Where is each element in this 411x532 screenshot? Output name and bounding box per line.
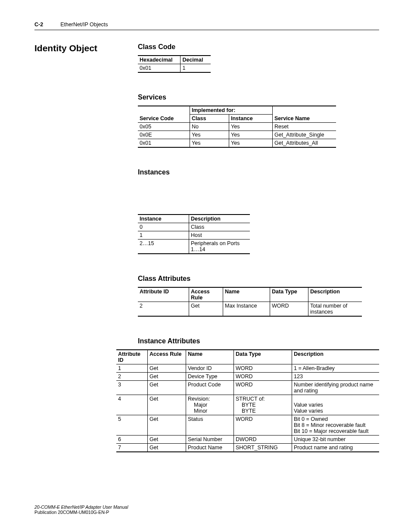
- table-row: 5GetStatusWORDBit 0 = OwnedBit 8 = Minor…: [116, 415, 379, 436]
- table-row: 0x0E Yes Yes Get_Attribute_Single: [138, 131, 336, 139]
- cell: STRUCT of:BYTEBYTE: [234, 395, 292, 415]
- cell: Get: [148, 436, 186, 444]
- cell: Unique 32-bit number: [292, 436, 380, 444]
- cell: Device Type: [186, 373, 234, 381]
- instance-attributes-heading: Instance Attributes: [138, 337, 379, 345]
- table-row: 0x01 Yes Yes Get_Attributes_All: [138, 139, 336, 148]
- th-access-rule: Access Rule: [189, 287, 223, 302]
- cell: Get: [148, 381, 186, 395]
- cell: SHORT_STRING: [234, 444, 292, 452]
- cell: Get: [148, 373, 186, 381]
- cell: 0x01: [138, 64, 181, 73]
- spacer: [138, 180, 379, 214]
- services-table: Implemented for: Service Code Class Inst…: [138, 106, 336, 148]
- cell: Status: [186, 415, 234, 436]
- cell: Yes: [229, 123, 273, 131]
- th-hex: Hexadecimal: [138, 56, 181, 64]
- cell: Max Instance: [223, 302, 270, 317]
- table-row: 6GetSerial NumberDWORDUnique 32-bit numb…: [116, 436, 379, 444]
- cell: Class: [189, 223, 250, 231]
- cell: 2…15: [138, 240, 189, 254]
- cell: WORD: [234, 415, 292, 436]
- section-heading: Identity Object: [34, 43, 138, 53]
- page: C-2 EtherNet/IP Objects Identity Object …: [0, 0, 411, 532]
- instances-table: Instance Description 0 Class 1 Host 2…15: [138, 214, 250, 254]
- cell: DWORD: [234, 436, 292, 444]
- cell: 1: [181, 64, 211, 73]
- cell: Bit 0 = OwnedBit 8 = Minor recoverable f…: [292, 415, 380, 436]
- cell: No: [190, 123, 229, 131]
- cell: Yes: [229, 139, 273, 148]
- th-service-code: Service Code: [138, 115, 190, 123]
- cell: Get: [148, 364, 186, 373]
- cell: Reset: [273, 123, 336, 131]
- cell: Get_Attribute_Single: [273, 131, 336, 139]
- class-attributes-heading: Class Attributes: [138, 275, 379, 283]
- content-columns: Identity Object Class Code Hexadecimal D…: [34, 43, 379, 452]
- cell: Get: [148, 395, 186, 415]
- cell: Yes: [229, 131, 273, 139]
- th-class: Class: [190, 115, 229, 123]
- cell: Yes: [190, 131, 229, 139]
- cell: 1 = Allen-Bradley: [292, 364, 380, 373]
- cell: Vendor ID: [186, 364, 234, 373]
- class-code-table: Hexadecimal Decimal 0x01 1: [138, 55, 211, 73]
- right-column: Class Code Hexadecimal Decimal 0x01 1 Se…: [138, 43, 379, 452]
- cell: 0x01: [138, 139, 190, 148]
- cell: WORD: [234, 364, 292, 373]
- cell: 3: [116, 381, 148, 395]
- cell: 0x05: [138, 123, 190, 131]
- cell: Yes: [190, 139, 229, 148]
- cell: Value variesValue varies: [292, 395, 380, 415]
- left-column: Identity Object: [34, 43, 138, 56]
- table-row: 7GetProduct NameSHORT_STRINGProduct name…: [116, 444, 379, 452]
- cell: Host: [189, 231, 250, 240]
- cell: 1: [116, 364, 148, 373]
- instance-attributes-table: Attribute ID Access Rule Name Data Type …: [116, 349, 379, 452]
- cell: Peripherals on Ports 1…14: [189, 240, 250, 254]
- th-instance: Instance: [229, 115, 273, 123]
- cell: 1: [138, 231, 189, 240]
- cell: Number identifying product name and rati…: [292, 381, 380, 395]
- cell: WORD: [270, 302, 308, 317]
- th-blank: [138, 106, 190, 115]
- cell: 4: [116, 395, 148, 415]
- th-service-name: Service Name: [273, 115, 336, 123]
- cell: Total number of instances: [308, 302, 362, 317]
- th-implemented-for: Implemented for:: [190, 106, 273, 115]
- cell: 0: [138, 223, 189, 231]
- th-instance: Instance: [138, 215, 189, 223]
- footer-manual-title: 20-COMM-E EtherNet/IP Adapter User Manua…: [34, 504, 128, 510]
- chapter-title: EtherNet/IP Objects: [60, 22, 108, 28]
- table-row: 3GetProduct CodeWORDNumber identifying p…: [116, 381, 379, 395]
- th-attr-id: Attribute ID: [138, 287, 189, 302]
- th-description: Description: [308, 287, 362, 302]
- th-name: Name: [186, 350, 234, 364]
- cell: Get: [189, 302, 223, 317]
- cell: Get: [148, 415, 186, 436]
- table-row: 0x01 1: [138, 64, 211, 73]
- cell: 2: [138, 302, 189, 317]
- cell: Product Name: [186, 444, 234, 452]
- cell: 6: [116, 436, 148, 444]
- services-heading: Services: [138, 93, 379, 101]
- cell: Serial Number: [186, 436, 234, 444]
- table-row: 2…15 Peripherals on Ports 1…14: [138, 240, 250, 254]
- cell: Get_Attributes_All: [273, 139, 336, 148]
- th-data-type: Data Type: [234, 350, 292, 364]
- table-row: 1 Host: [138, 231, 250, 240]
- class-attributes-table: Attribute ID Access Rule Name Data Type …: [138, 287, 362, 317]
- footer: 20-COMM-E EtherNet/IP Adapter User Manua…: [34, 504, 128, 515]
- cell: Get: [148, 444, 186, 452]
- th-access-rule: Access Rule: [148, 350, 186, 364]
- th-description: Description: [292, 350, 380, 364]
- cell: 7: [116, 444, 148, 452]
- instances-heading: Instances: [138, 168, 379, 176]
- table-row: 0x05 No Yes Reset: [138, 123, 336, 131]
- cell: Product name and rating: [292, 444, 380, 452]
- cell: 5: [116, 415, 148, 436]
- table-row: 4GetRevision:MajorMinorSTRUCT of:BYTEBYT…: [116, 395, 379, 415]
- cell: 0x0E: [138, 131, 190, 139]
- cell: WORD: [234, 373, 292, 381]
- cell: 123: [292, 373, 380, 381]
